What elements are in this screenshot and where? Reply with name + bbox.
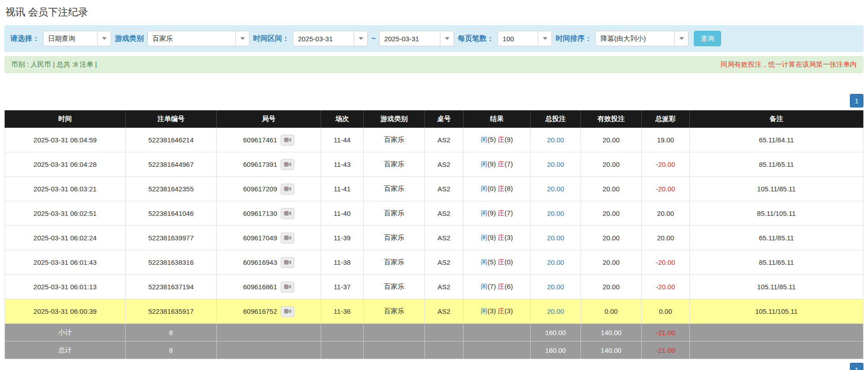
cell-result: 闲(7) 庄(6) xyxy=(463,275,531,299)
video-camera-icon xyxy=(284,161,292,167)
cell-game: 百家乐 xyxy=(364,201,425,226)
page-title: 视讯 会员下注纪录 xyxy=(5,5,863,19)
column-header: 时间 xyxy=(5,111,126,128)
cell-time: 2025-03-31 06:02:24 xyxy=(5,226,126,250)
result-banker-score: (0) xyxy=(505,258,513,266)
total-bet-link[interactable]: 20.00 xyxy=(547,283,564,291)
cell-payout: 0.00 xyxy=(642,299,690,324)
footer-cell: 8 xyxy=(126,324,217,341)
date-from-select[interactable]: 2025-03-31 xyxy=(293,31,368,46)
cell-note: 105.11/85.11 xyxy=(690,275,863,299)
summary-currency-text: 币别 : 人民币 | 总共 :8 注单 | xyxy=(11,60,97,69)
column-header: 结果 xyxy=(463,111,531,128)
cell-session: 11-37 xyxy=(321,275,364,299)
result-banker-score: (7) xyxy=(505,160,513,168)
footer-cell xyxy=(690,341,863,359)
footer-cell xyxy=(425,324,463,341)
cell-session: 11-43 xyxy=(321,152,364,177)
video-replay-button[interactable] xyxy=(281,159,294,170)
column-header: 桌号 xyxy=(425,111,463,128)
cell-result: 闲(5) 庄(0) xyxy=(463,250,531,275)
sort-select[interactable]: 降冪(由大到小) xyxy=(595,31,688,46)
result-player-label: 闲 xyxy=(481,136,488,143)
video-replay-button[interactable] xyxy=(281,135,294,146)
result-player-label: 闲 xyxy=(481,258,488,266)
chevron-down-icon xyxy=(440,31,454,46)
query-type-select[interactable]: 日期查询 xyxy=(43,31,111,46)
sort-value: 降冪(由大到小) xyxy=(596,31,674,46)
result-player-label: 闲 xyxy=(481,209,488,217)
query-type-label: 请选择： xyxy=(10,34,39,44)
cell-round: 609617461 xyxy=(217,128,321,152)
page-1-button[interactable]: 1 xyxy=(850,94,863,107)
result-banker-label: 庄 xyxy=(498,209,505,217)
cell-payout: 19.00 xyxy=(642,128,690,152)
cell-game: 百家乐 xyxy=(364,177,425,201)
table-row: 2025-03-31 06:02:24522381639977609617049… xyxy=(5,226,863,250)
video-replay-button[interactable] xyxy=(281,208,294,219)
video-replay-button[interactable] xyxy=(281,306,294,317)
footer-cell xyxy=(364,341,425,359)
filter-bar: 请选择： 日期查询 游戏类别 百家乐 时间区间： 2025-03-31 ~ 20… xyxy=(5,25,863,52)
video-replay-button[interactable] xyxy=(281,233,294,243)
cell-round: 609617391 xyxy=(217,152,321,177)
result-player-score: (0) xyxy=(488,185,496,192)
total-bet-link[interactable]: 20.00 xyxy=(547,161,564,168)
footer-cell: 8 xyxy=(126,341,217,359)
result-banker-score: (8) xyxy=(505,185,513,192)
round-number: 609616861 xyxy=(243,283,277,291)
result-player-label: 闲 xyxy=(481,160,488,168)
video-replay-button[interactable] xyxy=(281,257,294,268)
cell-time: 2025-03-31 06:03:21 xyxy=(5,177,126,201)
result-banker-label: 庄 xyxy=(498,307,505,315)
column-header: 总派彩 xyxy=(642,111,690,128)
round-number: 609617049 xyxy=(243,234,277,242)
cell-round: 609617130 xyxy=(217,201,321,226)
cell-bet-id: 522381646214 xyxy=(126,128,217,152)
cell-note: 85.11/65.11 xyxy=(690,250,863,275)
cell-session: 11-38 xyxy=(321,250,364,275)
page-size-select[interactable]: 100 xyxy=(497,31,552,46)
result-player-score: (3) xyxy=(488,307,496,315)
cell-valid-bet: 20.00 xyxy=(581,177,642,201)
result-banker-score: (7) xyxy=(505,209,513,217)
table-row: 2025-03-31 06:03:21522381642355609617209… xyxy=(5,177,863,201)
total-bet-link[interactable]: 20.00 xyxy=(547,185,564,193)
search-button[interactable]: 查询 xyxy=(694,31,721,46)
chevron-down-icon xyxy=(97,31,111,46)
cell-payout: -20.00 xyxy=(642,275,690,299)
cell-valid-bet: 20.00 xyxy=(581,152,642,177)
cell-payout: -20.00 xyxy=(642,250,690,275)
total-bet-link[interactable]: 20.00 xyxy=(547,209,564,217)
cell-result: 闲(9) 庄(3) xyxy=(463,226,531,250)
total-bet-link[interactable]: 20.00 xyxy=(547,234,564,242)
total-bet-link[interactable]: 20.00 xyxy=(547,136,564,144)
result-banker-score: (3) xyxy=(505,234,513,241)
round-number: 609616752 xyxy=(243,307,277,315)
cell-round: 609616752 xyxy=(217,299,321,324)
cell-result: 闲(9) 庄(7) xyxy=(463,201,531,226)
chevron-down-icon xyxy=(674,31,688,46)
column-header: 场次 xyxy=(321,111,364,128)
date-to-select[interactable]: 2025-03-31 xyxy=(379,31,454,46)
cell-valid-bet: 20.00 xyxy=(581,250,642,275)
result-player-score: (9) xyxy=(488,234,496,241)
column-header: 局号 xyxy=(217,111,321,128)
cell-session: 11-44 xyxy=(321,128,364,152)
video-replay-button[interactable] xyxy=(281,184,294,195)
video-camera-icon xyxy=(284,137,292,143)
page-1-button[interactable]: 1 xyxy=(850,363,863,370)
table-body: 2025-03-31 06:04:59522381646214609617461… xyxy=(5,128,863,324)
total-bet-link[interactable]: 20.00 xyxy=(547,258,564,266)
video-camera-icon xyxy=(284,210,292,216)
total-bet-link[interactable]: 20.00 xyxy=(547,307,564,315)
video-camera-icon xyxy=(284,308,292,314)
game-type-select[interactable]: 百家乐 xyxy=(147,31,249,46)
cell-time: 2025-03-31 06:04:28 xyxy=(5,152,126,177)
cell-time: 2025-03-31 06:00:39 xyxy=(5,299,126,324)
cell-time: 2025-03-31 06:04:59 xyxy=(5,128,126,152)
cell-round: 609617209 xyxy=(217,177,321,201)
cell-valid-bet: 20.00 xyxy=(581,128,642,152)
video-replay-button[interactable] xyxy=(281,282,294,292)
table-footer: 小计8160.00140.00-21.00总计8160.00140.00-21.… xyxy=(5,324,863,359)
